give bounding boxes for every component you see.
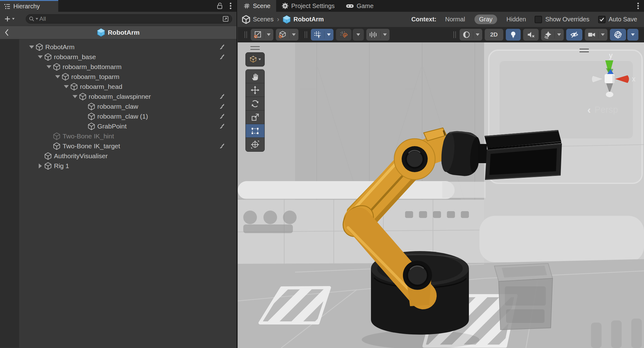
tree-row[interactable]: roboarm_claw xyxy=(0,102,236,111)
breadcrumb-current: RobotArm xyxy=(293,16,324,23)
search-field[interactable] xyxy=(26,14,232,24)
rotate-tool[interactable] xyxy=(246,97,264,111)
tree-row[interactable]: roboarm_claw (1) xyxy=(0,111,236,121)
tab-hierarchy[interactable]: Hierarchy xyxy=(0,0,58,12)
context-option-gray[interactable]: Gray xyxy=(474,15,497,24)
snap-increment-caret[interactable] xyxy=(383,33,387,36)
create-object-button[interactable] xyxy=(4,16,15,22)
picking-badge-icon[interactable] xyxy=(219,94,225,99)
gizmo-x-label[interactable]: x xyxy=(632,75,636,83)
tab-game[interactable]: Game xyxy=(340,0,379,12)
foldout-arrow-icon[interactable] xyxy=(37,163,44,168)
auto-save-checkbox[interactable] xyxy=(598,16,606,23)
gameobject-cube-icon xyxy=(62,73,69,80)
scale-tool[interactable] xyxy=(246,111,264,124)
audio-muted-icon xyxy=(527,31,535,39)
foldout-arrow-icon[interactable] xyxy=(45,65,53,68)
tree-row[interactable]: roboarm_toparm xyxy=(0,72,236,82)
kebab-menu-icon[interactable] xyxy=(230,2,232,10)
snap-increment-button[interactable] xyxy=(366,29,390,41)
prefab-back-button[interactable] xyxy=(4,28,9,37)
tree-row[interactable]: Two-Bone IK_target xyxy=(0,141,236,151)
tool-handle-position-button[interactable] xyxy=(251,29,273,41)
scene-kebab-menu-icon[interactable] xyxy=(637,2,639,10)
prefab-mode-header: RobotArm xyxy=(0,26,236,39)
foldout-arrow-icon[interactable] xyxy=(37,55,44,59)
tree-row[interactable]: roboarm_clawspinner xyxy=(0,92,236,102)
search-filter-caret[interactable] xyxy=(36,18,38,20)
foldout-arrow-icon[interactable] xyxy=(63,85,70,88)
rect-tool[interactable] xyxy=(246,124,264,138)
tree-row[interactable]: Two-Bone IK_hint xyxy=(0,131,236,141)
camera-overlay-button[interactable] xyxy=(585,29,607,41)
scene-lighting-toggle[interactable] xyxy=(506,29,521,41)
2d-toggle-button[interactable]: 2D xyxy=(485,29,503,41)
toolbar-drag-handle-3[interactable] xyxy=(453,31,456,38)
picking-badge-icon[interactable] xyxy=(219,143,225,149)
picking-badge-icon[interactable] xyxy=(219,44,225,50)
tree-row[interactable]: AuthorityVisualiser xyxy=(0,151,236,161)
tab-scene[interactable]: Scene xyxy=(238,0,276,12)
transform-tool[interactable] xyxy=(246,138,264,151)
draw-mode-button[interactable] xyxy=(460,29,482,41)
hierarchy-tree-rows: RobotArmroboarm_baseroboarm_bottomarmrob… xyxy=(0,42,236,171)
grid-visibility-button[interactable]: Y xyxy=(311,29,333,41)
tool-handle-rotation-caret[interactable] xyxy=(292,33,296,36)
gizmo-left-cone[interactable] xyxy=(592,76,603,83)
foldout-arrow-icon[interactable] xyxy=(71,95,79,98)
context-option-hidden[interactable]: Hidden xyxy=(506,16,526,23)
open-search-window-icon[interactable] xyxy=(222,15,229,22)
move-tool[interactable] xyxy=(246,83,264,97)
tool-handle-rotation-button[interactable] xyxy=(276,29,298,41)
auto-save-toggle[interactable]: Auto Save xyxy=(598,16,637,23)
tree-row[interactable]: roboarm_head xyxy=(0,82,236,92)
foldout-arrow-icon[interactable] xyxy=(28,46,35,49)
scene-viewport[interactable]: y x ‹ Persp xyxy=(238,42,644,348)
show-overrides-toggle[interactable]: Show Overrides xyxy=(535,16,589,23)
scene-audio-toggle[interactable] xyxy=(523,29,539,41)
gizmo-x-axis-cone[interactable] xyxy=(615,75,629,83)
tree-row[interactable]: roboarm_bottomarm xyxy=(0,62,236,72)
gizmos-caret-button[interactable] xyxy=(627,29,638,41)
tree-row[interactable]: GrabPoint xyxy=(0,121,236,131)
transform-icon xyxy=(251,140,259,149)
draw-mode-caret[interactable] xyxy=(476,33,479,36)
perspective-chevron-icon[interactable]: ‹ xyxy=(587,104,591,116)
gameobject-cube-icon xyxy=(45,162,51,170)
picking-badge-icon[interactable] xyxy=(219,104,225,109)
effects-visibility-button[interactable] xyxy=(541,29,564,41)
picking-badge-icon[interactable] xyxy=(219,124,225,129)
picking-badge-icon[interactable] xyxy=(219,54,225,60)
scene-orientation-gizmo[interactable]: y x xyxy=(579,51,644,101)
tools-overlay-drag-handle[interactable] xyxy=(250,46,260,50)
tree-row[interactable]: RobotArm xyxy=(0,42,236,52)
context-option-normal[interactable]: Normal xyxy=(445,16,465,23)
picking-badge-icon[interactable] xyxy=(219,114,225,119)
move-icon xyxy=(251,86,259,94)
toolbar-drag-handle[interactable] xyxy=(245,31,247,38)
toolbar-drag-handle-2[interactable] xyxy=(305,31,307,38)
tree-row-label: Two-Bone IK_hint xyxy=(63,133,114,140)
view-hand-tool[interactable] xyxy=(246,70,264,83)
tree-row[interactable]: roboarm_base xyxy=(0,52,236,62)
grid-snapping-caret-button[interactable] xyxy=(353,29,364,41)
search-icon xyxy=(29,16,34,22)
grid-visibility-caret[interactable] xyxy=(327,33,331,36)
tab-project-settings[interactable]: Project Settings xyxy=(276,0,340,12)
foldout-arrow-icon[interactable] xyxy=(54,75,61,78)
gizmo-y-label[interactable]: y xyxy=(609,51,613,59)
camera-overlay-caret[interactable] xyxy=(601,33,605,36)
gameobject-cube-icon xyxy=(79,93,86,100)
show-overrides-checkbox[interactable] xyxy=(535,16,542,23)
grid-snapping-button[interactable] xyxy=(336,29,351,41)
tool-context-button[interactable] xyxy=(245,52,265,67)
tree-row[interactable]: Rig 1 xyxy=(0,161,236,171)
search-input[interactable] xyxy=(39,15,221,22)
effects-caret[interactable] xyxy=(557,33,561,36)
breadcrumb-root[interactable]: Scenes xyxy=(253,16,274,23)
scene-visibility-toggle[interactable] xyxy=(566,29,582,41)
perspective-indicator[interactable]: ‹ Persp xyxy=(587,104,618,116)
gizmos-toggle-button[interactable] xyxy=(610,29,626,41)
lock-icon[interactable] xyxy=(217,2,223,10)
tool-handle-position-caret[interactable] xyxy=(267,33,271,36)
